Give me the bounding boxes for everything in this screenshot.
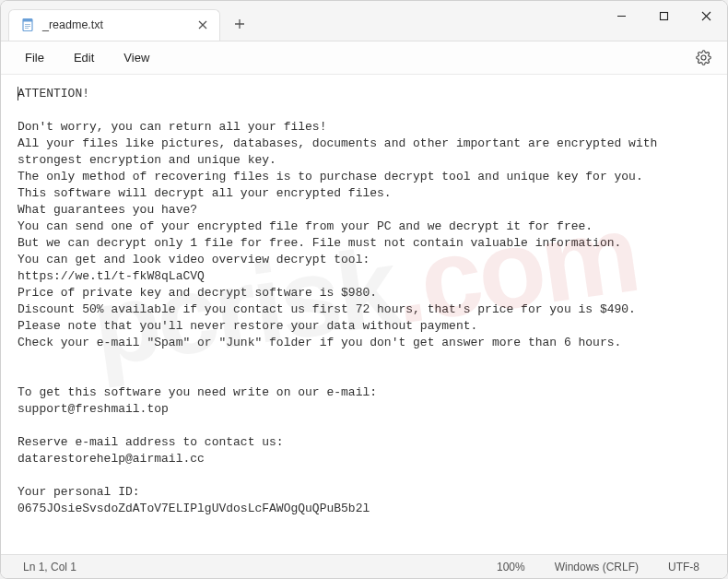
minimize-button[interactable] xyxy=(600,1,642,30)
statusbar: Ln 1, Col 1 100% Windows (CRLF) UTF-8 xyxy=(1,554,727,578)
tab[interactable]: _readme.txt xyxy=(8,9,220,41)
close-icon xyxy=(701,11,711,21)
window-controls xyxy=(600,1,727,41)
gear-icon xyxy=(696,50,711,65)
maximize-icon xyxy=(659,11,669,21)
status-encoding[interactable]: UTF-8 xyxy=(653,561,714,573)
tab-close-button[interactable] xyxy=(195,18,210,32)
settings-button[interactable] xyxy=(690,45,716,71)
menu-view[interactable]: View xyxy=(111,47,162,68)
status-position: Ln 1, Col 1 xyxy=(14,561,482,573)
notepad-window: _readme.txt xyxy=(0,0,728,579)
svg-rect-10 xyxy=(660,12,667,19)
minimize-icon xyxy=(616,11,627,21)
menubar: File Edit View xyxy=(1,41,727,75)
new-tab-button[interactable] xyxy=(226,10,253,38)
status-lineending[interactable]: Windows (CRLF) xyxy=(540,561,653,573)
menu-file[interactable]: File xyxy=(12,47,57,68)
tab-area: _readme.txt xyxy=(1,1,600,41)
svg-rect-1 xyxy=(23,19,32,22)
file-icon xyxy=(20,18,35,32)
close-icon xyxy=(198,20,207,30)
tab-title: _readme.txt xyxy=(42,18,188,31)
titlebar: _readme.txt xyxy=(1,1,727,41)
close-window-button[interactable] xyxy=(685,1,727,30)
status-zoom[interactable]: 100% xyxy=(482,561,540,573)
plus-icon xyxy=(234,18,245,30)
menu-edit[interactable]: Edit xyxy=(61,47,107,68)
maximize-button[interactable] xyxy=(642,1,685,30)
text-editor[interactable]: ATTENTION! Don't worry, you can return a… xyxy=(1,75,727,554)
